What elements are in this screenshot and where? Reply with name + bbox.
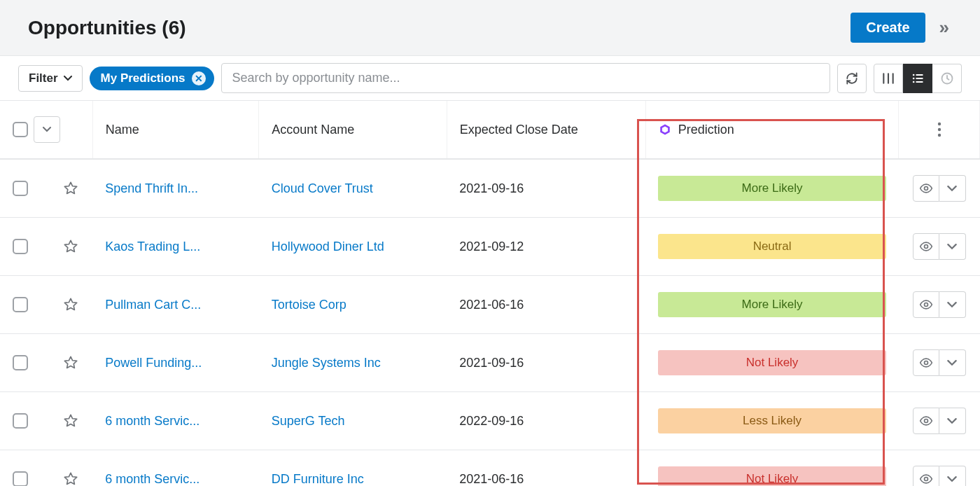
row-menu-button[interactable] [939,291,966,318]
favorite-star-icon[interactable] [63,297,80,312]
row-checkbox[interactable] [13,355,28,370]
filter-label: Filter [29,71,58,85]
expected-close-date: 2021-06-16 [447,450,645,487]
table-row: Kaos Trading L... Hollywood Diner Ltd 20… [0,218,980,276]
toolbar: Filter My Predictions ✕ [0,56,980,101]
account-link[interactable]: DD Furniture Inc [272,472,435,487]
header-actions: Create » [850,13,952,43]
preview-button[interactable] [913,349,939,376]
preview-button[interactable] [913,408,939,434]
svg-point-2 [912,81,914,83]
select-all-dropdown[interactable] [34,116,60,143]
hexagon-icon [659,123,671,136]
opportunity-link[interactable]: Spend Thrift In... [105,181,246,196]
list-view-button[interactable] [903,64,932,93]
favorite-star-icon[interactable] [63,355,80,370]
page-title: Opportunities (6) [28,17,186,39]
account-link[interactable]: Hollywood Diner Ltd [272,239,435,254]
table-row: 6 month Servic... SuperG Tech 2022-09-16… [0,392,980,450]
column-account[interactable]: Account Name [259,101,447,159]
column-prediction[interactable]: Prediction [645,101,898,159]
account-link[interactable]: SuperG Tech [272,414,435,429]
prediction-badge: Neutral [658,234,886,259]
svg-point-8 [937,134,940,137]
filter-button[interactable]: Filter [18,65,83,92]
column-actions [899,101,980,159]
filter-chip-my-predictions: My Predictions ✕ [90,67,215,90]
row-menu-button[interactable] [939,175,966,202]
select-all-header [0,101,92,159]
svg-point-11 [924,303,927,307]
favorite-star-icon[interactable] [63,181,80,196]
account-link[interactable]: Jungle Systems Inc [272,356,435,370]
prediction-badge: More Likely [658,292,886,317]
svg-point-10 [924,245,927,249]
expected-close-date: 2021-09-16 [447,334,645,392]
preview-button[interactable] [913,175,939,202]
row-checkbox[interactable] [13,297,28,312]
column-expected-close[interactable]: Expected Close Date [447,101,645,159]
prediction-badge: More Likely [658,176,886,201]
svg-point-1 [912,77,914,79]
opportunity-link[interactable]: Powell Funding... [105,356,246,370]
opportunities-table: Name Account Name Expected Close Date Pr… [0,101,980,486]
select-all-checkbox[interactable] [13,122,28,137]
opportunity-link[interactable]: 6 month Servic... [105,472,246,487]
column-settings-button[interactable] [911,122,967,137]
svg-point-6 [937,123,940,125]
row-checkbox[interactable] [13,413,28,429]
column-prediction-label: Prediction [678,123,734,137]
table-row: Powell Funding... Jungle Systems Inc 202… [0,334,980,392]
svg-point-0 [912,74,914,76]
svg-point-14 [924,478,927,481]
refresh-button[interactable] [837,64,867,93]
row-menu-button[interactable] [939,349,966,376]
expected-close-date: 2021-06-16 [447,276,645,334]
svg-point-12 [924,361,927,365]
preview-button[interactable] [913,233,939,260]
favorite-star-icon[interactable] [63,239,80,254]
table-row: 6 month Servic... DD Furniture Inc 2021-… [0,450,980,487]
table-row: Spend Thrift In... Cloud Cover Trust 202… [0,159,980,218]
prediction-badge: Not Likely [658,350,886,375]
row-menu-button[interactable] [939,233,966,260]
row-checkbox[interactable] [13,471,28,486]
account-link[interactable]: Tortoise Corp [272,298,435,312]
opportunity-link[interactable]: Kaos Trading L... [105,239,246,254]
expected-close-date: 2022-09-16 [447,392,645,450]
view-toggle [874,64,962,93]
activity-view-button[interactable] [932,64,962,93]
board-view-button[interactable] [874,64,903,93]
search-input[interactable] [221,63,830,93]
expand-panel-icon[interactable]: » [937,17,952,39]
preview-button[interactable] [913,291,939,318]
svg-point-9 [924,187,927,190]
column-name[interactable]: Name [92,101,259,159]
preview-button[interactable] [913,466,939,486]
opportunity-link[interactable]: 6 month Servic... [105,414,246,429]
table-row: Pullman Cart C... Tortoise Corp 2021-06-… [0,276,980,334]
chip-label: My Predictions [101,71,186,85]
account-link[interactable]: Cloud Cover Trust [272,181,435,196]
favorite-star-icon[interactable] [63,413,80,429]
row-checkbox[interactable] [13,181,28,196]
opportunity-link[interactable]: Pullman Cart C... [105,298,246,312]
prediction-badge: Less Likely [658,408,886,433]
expected-close-date: 2021-09-12 [447,218,645,276]
svg-point-7 [937,128,940,131]
row-checkbox[interactable] [13,239,28,254]
prediction-badge: Not Likely [658,466,886,486]
create-button[interactable]: Create [850,13,925,43]
favorite-star-icon[interactable] [63,471,80,486]
svg-point-13 [924,419,927,423]
expected-close-date: 2021-09-16 [447,159,645,218]
row-menu-button[interactable] [939,466,966,486]
chip-remove-icon[interactable]: ✕ [192,71,206,85]
page-header: Opportunities (6) Create » [0,0,980,56]
chevron-down-icon [64,76,72,81]
row-menu-button[interactable] [939,408,966,434]
